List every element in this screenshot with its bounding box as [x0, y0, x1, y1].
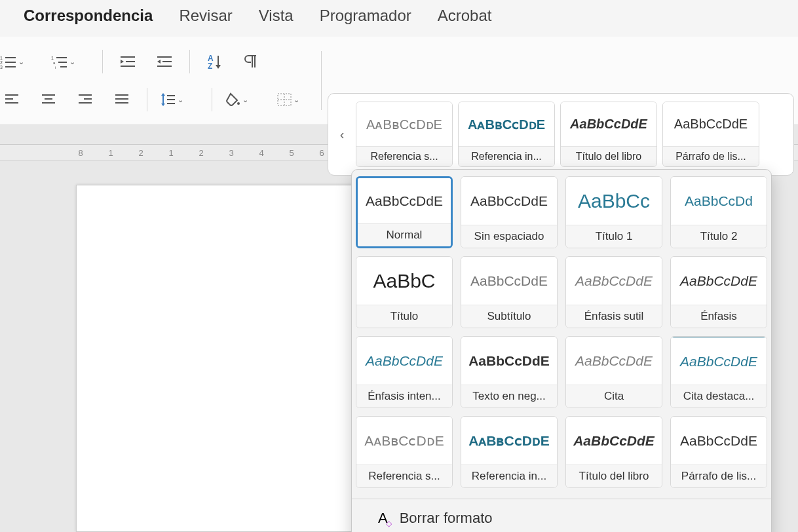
- style-label: Énfasis inten...: [356, 385, 452, 408]
- align-justify-button[interactable]: [110, 88, 134, 111]
- style-preview: AaBbCcDdE: [566, 417, 662, 465]
- style-label: Párrafo de lis...: [671, 465, 767, 487]
- borders-button[interactable]: ⌄: [276, 88, 314, 111]
- style-preview: AaBbCcDdE: [671, 417, 767, 465]
- svg-marker-19: [157, 60, 161, 64]
- sort-button[interactable]: AZ: [203, 50, 227, 73]
- styles-grid: AaBbCcDdENormalAaBbCcDdESin espaciadoAaB…: [358, 176, 765, 488]
- style-card[interactable]: AaBbCcDdEPárrafo de lis...: [670, 416, 767, 488]
- align-left-button[interactable]: [0, 88, 24, 111]
- style-label: Título: [356, 305, 452, 328]
- style-card[interactable]: AaBbCcDdEÉnfasis inten...: [356, 336, 453, 408]
- tab-vista[interactable]: Vista: [259, 7, 294, 25]
- ribbon-separator: [321, 51, 322, 110]
- style-label: Referencia in...: [461, 465, 557, 487]
- style-label: Referencia s...: [356, 147, 452, 166]
- svg-text:a: a: [53, 61, 56, 65]
- style-preview: AaBbCcDdE: [671, 257, 767, 305]
- style-card[interactable]: AᴀBʙCᴄDᴅEReferencia s...: [356, 416, 453, 488]
- style-preview: AᴀBʙCᴄDᴅE: [459, 102, 554, 147]
- style-preview: AaBbCcDdE: [461, 177, 557, 225]
- style-label: Título del libro: [561, 147, 656, 166]
- style-card[interactable]: AaBbCcDdEÉnfasis sutil: [565, 256, 662, 328]
- style-preview: AᴀBʙCᴄDᴅE: [356, 102, 452, 147]
- svg-marker-38: [161, 104, 165, 106]
- style-card-referencia-sutil[interactable]: AᴀBʙCᴄDᴅE Referencia s...: [356, 102, 453, 167]
- svg-text:i: i: [55, 66, 56, 69]
- style-card[interactable]: AaBbCcDdESin espaciado: [461, 176, 558, 248]
- svg-marker-37: [161, 93, 165, 96]
- style-card[interactable]: AaBbCTítulo: [356, 256, 453, 328]
- style-label: Normal: [358, 224, 451, 246]
- style-preview: AaBbCcDdE: [461, 337, 557, 385]
- style-card[interactable]: AaBbCcDdETítulo del libro: [565, 416, 662, 488]
- line-spacing-button[interactable]: ⌄: [161, 88, 199, 111]
- align-right-button[interactable]: [73, 88, 97, 111]
- style-label: Referencia in...: [459, 147, 554, 166]
- style-label: Texto en neg...: [461, 385, 557, 408]
- style-card[interactable]: AᴀBʙCᴄDᴅEReferencia in...: [461, 416, 558, 488]
- style-label: Cita: [566, 385, 662, 408]
- ribbon-tabs: Correspondencia Revisar Vista Programado…: [0, 0, 798, 37]
- style-label: Sin espaciado: [461, 225, 557, 248]
- style-preview: AᴀBʙCᴄDᴅE: [461, 417, 557, 465]
- style-card[interactable]: AaBbCcDdETexto en neg...: [461, 336, 558, 408]
- style-card[interactable]: AaBbCcDdECita: [565, 336, 662, 408]
- svg-text:3: 3: [0, 65, 3, 69]
- style-label: Referencia s...: [356, 465, 452, 487]
- svg-marker-23: [216, 65, 221, 69]
- style-card-referencia-intensa[interactable]: AᴀBʙCᴄDᴅE Referencia in...: [458, 102, 555, 167]
- style-preview: AaBbCcDdE: [663, 102, 759, 147]
- tab-revisar[interactable]: Revisar: [179, 7, 232, 25]
- gallery-prev-button[interactable]: ‹: [333, 94, 351, 175]
- ribbon-toolbar: 123 ⌄ 1ai ⌄ AZ: [0, 37, 798, 125]
- chevron-down-icon: ⌄: [242, 96, 248, 104]
- style-card[interactable]: AaBbCcDdECita destaca...: [670, 336, 767, 408]
- style-label: Subtítulo: [461, 305, 557, 328]
- chevron-down-icon: ⌄: [294, 96, 299, 104]
- style-card-titulo-libro[interactable]: AaBbCcDdE Título del libro: [560, 102, 657, 167]
- styles-gallery-strip: ‹ AᴀBʙCᴄDᴅE Referencia s... AᴀBʙCᴄDᴅE Re…: [328, 93, 794, 176]
- style-card[interactable]: AaBbCcTítulo 1: [565, 176, 662, 248]
- clear-format-icon: A: [378, 510, 388, 527]
- paragraph-marks-button[interactable]: [240, 50, 263, 73]
- style-label: Énfasis sutil: [566, 305, 662, 328]
- tab-programador[interactable]: Programador: [320, 7, 411, 25]
- style-preview: AaBbCcDd: [671, 177, 767, 225]
- style-card[interactable]: AaBbCcDdENormal: [356, 176, 453, 248]
- style-label: Párrafo de lis...: [663, 147, 759, 166]
- tab-acrobat[interactable]: Acrobat: [438, 7, 492, 25]
- style-label: Título del libro: [566, 465, 662, 487]
- increase-indent-button[interactable]: [153, 50, 176, 73]
- numbered-list-button[interactable]: 123 ⌄: [0, 50, 38, 73]
- svg-text:1: 1: [0, 56, 3, 60]
- style-preview: AaBbCcDdE: [461, 257, 557, 305]
- style-preview: AaBbCc: [566, 177, 662, 225]
- clear-format-label: Borrar formato: [400, 510, 493, 527]
- chevron-down-icon: ⌄: [69, 58, 75, 66]
- svg-text:Z: Z: [208, 62, 212, 70]
- style-preview: AᴀBʙCᴄDᴅE: [356, 417, 452, 465]
- svg-point-42: [237, 102, 240, 105]
- style-label: Título 2: [671, 225, 767, 248]
- style-preview: AaBbCcDdE: [671, 337, 767, 385]
- style-preview: AaBbC: [356, 257, 452, 305]
- multilevel-list-button[interactable]: 1ai ⌄: [51, 50, 89, 73]
- style-card[interactable]: AaBbCcDdEÉnfasis: [670, 256, 767, 328]
- style-label: Cita destaca...: [671, 385, 767, 408]
- style-card-parrafo-lista[interactable]: AaBbCcDdE Párrafo de lis...: [662, 102, 759, 167]
- chevron-down-icon: ⌄: [18, 58, 24, 66]
- style-preview: AaBbCcDdE: [356, 337, 452, 385]
- shading-button[interactable]: ⌄: [225, 88, 263, 111]
- style-label: Título 1: [566, 225, 662, 248]
- style-label: Énfasis: [671, 305, 767, 328]
- clear-formatting-button[interactable]: A Borrar formato: [352, 499, 771, 532]
- tab-correspondencia[interactable]: Correspondencia: [24, 7, 153, 25]
- styles-gallery-dropdown: AaBbCcDdENormalAaBbCcDdESin espaciadoAaB…: [351, 169, 772, 532]
- style-preview: AaBbCcDdE: [566, 337, 662, 385]
- svg-marker-15: [121, 60, 124, 64]
- style-card[interactable]: AaBbCcDdESubtítulo: [461, 256, 558, 328]
- decrease-indent-button[interactable]: [116, 50, 140, 73]
- align-center-button[interactable]: [37, 88, 60, 111]
- style-card[interactable]: AaBbCcDdTítulo 2: [670, 176, 767, 248]
